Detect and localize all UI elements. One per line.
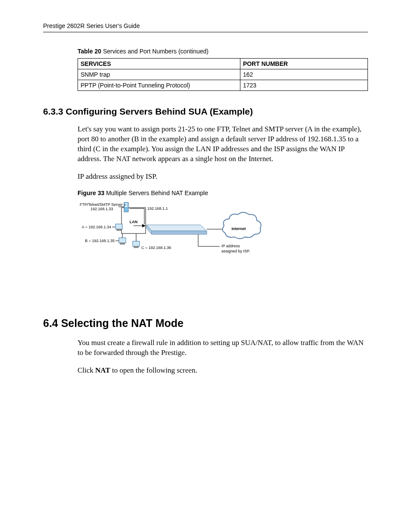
- para-64-1: You must create a firewall rule in addit…: [78, 338, 368, 358]
- label-gateway-ip: 192.168.1.1: [147, 206, 168, 211]
- para-64-2: Click NAT to open the following screen.: [78, 366, 368, 376]
- label-isp-line2: assigned by ISP.: [221, 249, 250, 253]
- svg-marker-19: [146, 225, 207, 231]
- cell-service: PPTP (Point-to-Point Tunneling Protocol): [78, 80, 240, 91]
- th-port-number: PORT NUMBER: [240, 59, 367, 69]
- para-64-2-pre: Click: [78, 366, 95, 374]
- para-633-2: IP address assigned by ISP.: [78, 172, 368, 182]
- heading-6-4: 6.4 Selecting the NAT Mode: [43, 317, 368, 330]
- heading-6-3-3: 6.3.3 Configuring Servers Behind SUA (Ex…: [43, 106, 368, 117]
- svg-marker-21: [152, 231, 207, 234]
- label-lan: LAN: [130, 220, 138, 224]
- svg-rect-16: [133, 241, 140, 246]
- label-ftp-line2: 192.168.1.33: [90, 207, 113, 211]
- para-64-2-bold: NAT: [95, 366, 110, 374]
- cell-service: SNMP trap: [78, 69, 240, 80]
- th-services: SERVICES: [78, 59, 240, 69]
- svg-rect-17: [134, 246, 138, 248]
- label-host-a: A = 192.168.1.34: [82, 225, 111, 229]
- label-ftp-line1: FTP/Telnet/SMTP Server =: [80, 202, 126, 207]
- svg-rect-9: [115, 224, 122, 229]
- services-table: SERVICES PORT NUMBER SNMP trap 162 PPTP …: [78, 58, 368, 91]
- figure-33-label: Figure 33: [78, 190, 104, 196]
- label-isp-line1: IP address: [221, 244, 240, 248]
- table-20-label: Table 20: [78, 48, 101, 55]
- para-633-1: Let's say you want to assign ports 21-25…: [78, 124, 368, 164]
- svg-rect-13: [120, 243, 125, 244]
- svg-marker-2: [142, 224, 146, 227]
- label-host-b: B = 192.168.1.35: [85, 239, 115, 243]
- svg-rect-10: [117, 229, 121, 230]
- cell-port: 1723: [240, 80, 367, 91]
- network-diagram-icon: LAN FTP/Telnet/SMTP Server = 192.168.1.3…: [78, 199, 263, 264]
- table-20-title: Services and Port Numbers (continued): [101, 48, 209, 55]
- figure-33-title: Multiple Servers Behind NAT Example: [104, 190, 208, 196]
- table-row: PPTP (Point-to-Point Tunneling Protocol)…: [78, 80, 368, 91]
- running-header: Prestige 2602R Series User's Guide: [43, 22, 368, 32]
- label-internet: Internet: [231, 227, 246, 231]
- table-20-caption: Table 20 Services and Port Numbers (cont…: [78, 48, 368, 55]
- table-row: SNMP trap 162: [78, 69, 368, 80]
- para-64-2-post: to open the following screen.: [110, 366, 197, 374]
- figure-33-diagram: LAN FTP/Telnet/SMTP Server = 192.168.1.3…: [78, 199, 263, 265]
- label-host-c: C = 192.168.1.36: [141, 246, 171, 250]
- figure-33-caption: Figure 33 Multiple Servers Behind NAT Ex…: [78, 190, 368, 196]
- cell-port: 162: [240, 69, 367, 80]
- svg-rect-12: [119, 238, 126, 243]
